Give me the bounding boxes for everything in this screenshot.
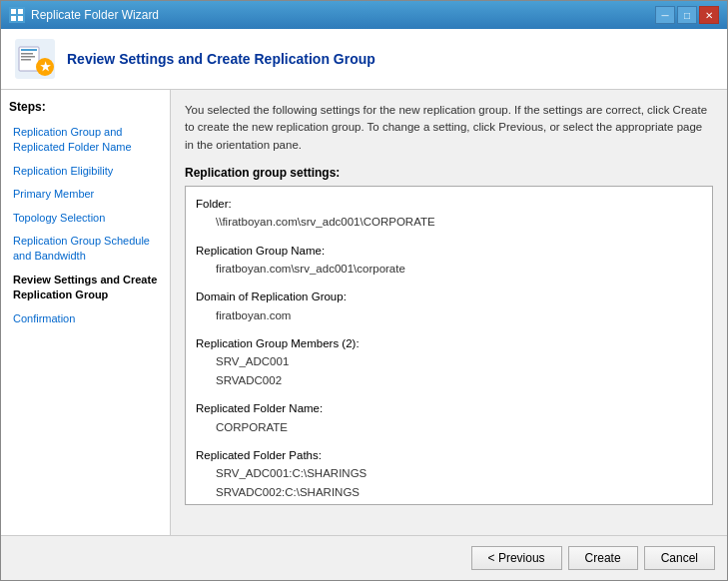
minimize-button[interactable]: ─ <box>655 6 675 24</box>
svg-rect-9 <box>21 56 35 58</box>
intro-text: You selected the following settings for … <box>185 102 713 154</box>
wizard-icon: ★ <box>15 39 55 79</box>
svg-rect-8 <box>21 53 33 55</box>
cancel-button[interactable]: Cancel <box>644 546 715 570</box>
field-folder-name: Replicated Folder Name: CORPORATE <box>196 399 702 436</box>
title-bar-left: Replicate Folder Wizard <box>9 7 159 23</box>
sidebar-item-schedule-bandwidth[interactable]: Replication Group Scheduleand Bandwidth <box>9 231 162 268</box>
sidebar-item-primary-member[interactable]: Primary Member <box>9 184 162 205</box>
sidebar-item-confirmation[interactable]: Confirmation <box>9 308 162 329</box>
field-fn-value: CORPORATE <box>196 418 702 436</box>
svg-rect-2 <box>18 9 23 14</box>
field-members: Replication Group Members (2): SRV_ADC00… <box>196 334 702 389</box>
sidebar-item-replication-eligibility[interactable]: Replication Eligibility <box>9 161 162 182</box>
svg-rect-4 <box>18 16 23 21</box>
svg-rect-1 <box>11 9 16 14</box>
previous-button[interactable]: < Previous <box>471 546 562 570</box>
field-domain-value: firatboyan.com <box>196 306 702 324</box>
field-members-value: SRV_ADC001SRVADC002 <box>196 352 702 389</box>
wizard-header: ★ Review Settings and Create Replication… <box>1 29 727 90</box>
window: Replicate Folder Wizard ─ □ ✕ ★ Review S… <box>0 0 728 581</box>
sidebar-item-review-settings: Review Settings and CreateReplication Gr… <box>9 270 162 306</box>
svg-rect-7 <box>21 49 37 51</box>
field-folder-value: \\firatboyan.com\srv_adc001\CORPORATE <box>196 213 702 231</box>
field-fp-label: Replicated Folder Paths: <box>196 446 702 464</box>
maximize-button[interactable]: □ <box>677 6 697 24</box>
svg-rect-10 <box>21 59 31 61</box>
wizard-footer: < Previous Create Cancel <box>1 535 727 580</box>
window-title: Replicate Folder Wizard <box>31 8 159 22</box>
create-button[interactable]: Create <box>568 546 638 570</box>
field-rgn-value: firatboyan.com\srv_adc001\corporate <box>196 260 702 278</box>
field-domain-label: Domain of Replication Group: <box>196 288 702 305</box>
wizard-sidebar: Steps: Replication Group andReplicated F… <box>1 90 171 535</box>
field-folder-label: Folder: <box>196 195 702 213</box>
sidebar-item-topology-selection[interactable]: Topology Selection <box>9 208 162 229</box>
settings-box[interactable]: Folder: \\firatboyan.com\srv_adc001\CORP… <box>185 186 713 505</box>
field-replication-group-name: Replication Group Name: firatboyan.com\s… <box>196 242 702 279</box>
sidebar-item-replication-group[interactable]: Replication Group andReplicated Folder N… <box>9 122 162 159</box>
close-button[interactable]: ✕ <box>699 6 719 24</box>
field-domain: Domain of Replication Group: firatboyan.… <box>196 288 702 324</box>
field-members-label: Replication Group Members (2): <box>196 334 702 352</box>
field-folder-paths: Replicated Folder Paths: SRV_ADC001:C:\S… <box>196 446 702 501</box>
field-rgn-label: Replication Group Name: <box>196 242 702 260</box>
wizard-header-title: Review Settings and Create Replication G… <box>67 51 375 67</box>
steps-label: Steps: <box>9 100 162 114</box>
title-bar: Replicate Folder Wizard ─ □ ✕ <box>1 1 727 29</box>
field-fp-value: SRV_ADC001:C:\SHARINGSSRVADC002:C:\SHARI… <box>196 464 702 501</box>
window-controls: ─ □ ✕ <box>655 6 719 24</box>
settings-label: Replication group settings: <box>185 166 713 180</box>
field-fn-label: Replicated Folder Name: <box>196 399 702 417</box>
svg-rect-3 <box>11 16 16 21</box>
wizard-main: You selected the following settings for … <box>171 90 727 535</box>
window-icon <box>9 7 25 23</box>
wizard-content: Steps: Replication Group andReplicated F… <box>1 90 727 535</box>
svg-text:★: ★ <box>40 60 51 74</box>
field-folder: Folder: \\firatboyan.com\srv_adc001\CORP… <box>196 195 702 232</box>
